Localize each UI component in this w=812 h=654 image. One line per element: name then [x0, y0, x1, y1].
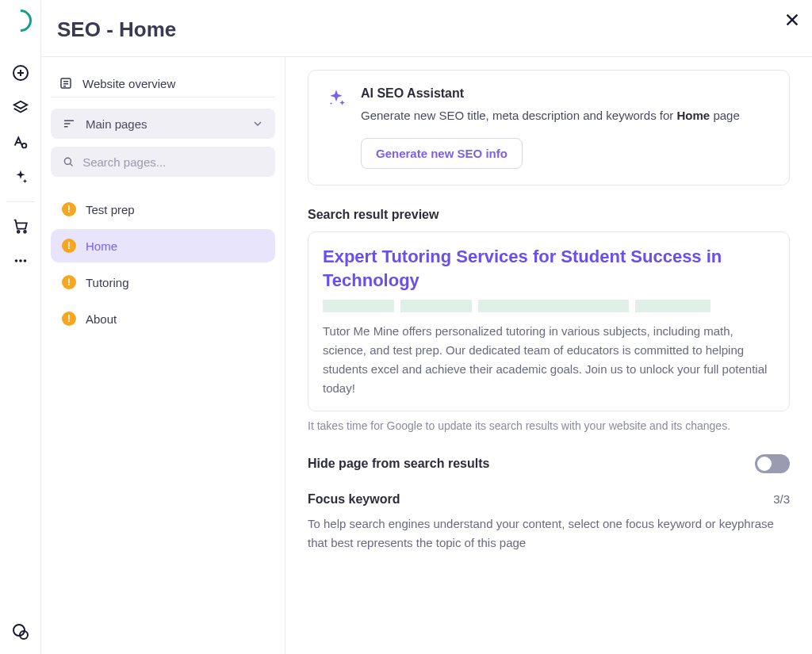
svg-point-24: [330, 102, 331, 104]
svg-point-9: [19, 259, 22, 262]
search-preview: Expert Tutoring Services for Student Suc…: [308, 231, 790, 412]
svg-point-11: [13, 625, 25, 636]
search-pages-box[interactable]: [51, 147, 275, 177]
page-label: Tutoring: [86, 276, 128, 289]
preview-description: Tutor Me Mine offers personalized tutori…: [323, 322, 775, 398]
svg-marker-3: [13, 101, 27, 109]
sidebar: Website overview Main pages Test prep Ho…: [41, 57, 285, 654]
app-logo: [5, 5, 36, 36]
page-item-home[interactable]: Home: [51, 229, 275, 262]
sparkle-nav-icon[interactable]: [10, 166, 32, 189]
focus-keyword-count: 3/3: [773, 492, 790, 506]
page-item-tutoring[interactable]: Tutoring: [51, 266, 275, 299]
add-icon[interactable]: [10, 62, 32, 84]
page-item-about[interactable]: About: [51, 302, 275, 335]
hide-page-toggle[interactable]: [755, 454, 790, 473]
section-selector[interactable]: Main pages: [51, 109, 275, 139]
ai-card-title: AI SEO Assistant: [361, 86, 740, 101]
focus-keyword-desc: To help search engines understand your c…: [308, 514, 790, 553]
page-item-test-prep[interactable]: Test prep: [51, 193, 275, 226]
page-label: Test prep: [86, 203, 135, 216]
body: Website overview Main pages Test prep Ho…: [41, 56, 812, 654]
preview-title: Expert Tutoring Services for Student Suc…: [323, 245, 775, 294]
svg-point-6: [17, 231, 19, 233]
header: SEO - Home: [41, 0, 812, 56]
text-style-icon[interactable]: [10, 132, 32, 154]
more-icon[interactable]: [10, 250, 32, 272]
content-panel: AI SEO Assistant Generate new SEO title,…: [285, 57, 812, 654]
left-rail: [0, 0, 41, 654]
preview-url-placeholder: [323, 300, 775, 314]
website-overview-link[interactable]: Website overview: [51, 70, 275, 98]
page-label: Home: [86, 239, 117, 253]
warning-badge-icon: [62, 239, 76, 253]
page-label: About: [86, 312, 117, 326]
main-panel: SEO - Home Website overview Main pages: [41, 0, 812, 654]
search-icon: [62, 155, 75, 169]
search-input[interactable]: [82, 155, 264, 169]
ai-seo-card: AI SEO Assistant Generate new SEO title,…: [308, 70, 790, 185]
close-button[interactable]: [783, 11, 801, 29]
cart-icon[interactable]: [10, 215, 32, 237]
warning-badge-icon: [62, 275, 76, 289]
overview-label: Website overview: [82, 77, 175, 90]
sparkle-icon: [326, 88, 347, 169]
hide-page-label: Hide page from search results: [308, 457, 489, 471]
page-title: SEO - Home: [57, 17, 176, 42]
focus-keyword-section: Focus keyword 3/3 To help search engines…: [308, 492, 790, 553]
svg-point-8: [14, 259, 17, 262]
ai-card-desc: Generate new SEO title, meta description…: [361, 107, 740, 125]
hide-page-row: Hide page from search results: [308, 454, 790, 473]
svg-point-7: [24, 231, 26, 233]
preview-section-label: Search result preview: [308, 208, 790, 222]
chevron-down-icon: [251, 117, 264, 130]
help-icon[interactable]: [10, 621, 32, 643]
section-selector-label: Main pages: [86, 117, 147, 131]
focus-keyword-label: Focus keyword: [308, 492, 400, 507]
warning-badge-icon: [62, 202, 76, 216]
svg-point-22: [64, 158, 71, 164]
preview-hint: It takes time for Google to update its s…: [308, 419, 790, 432]
rail-divider: [6, 201, 35, 202]
svg-point-5: [21, 143, 26, 148]
warning-badge-icon: [62, 312, 76, 326]
generate-seo-button[interactable]: Generate new SEO info: [361, 138, 523, 169]
svg-point-10: [23, 259, 26, 262]
ai-card-body: AI SEO Assistant Generate new SEO title,…: [361, 86, 740, 169]
svg-line-23: [70, 163, 72, 166]
layers-icon[interactable]: [10, 97, 32, 119]
